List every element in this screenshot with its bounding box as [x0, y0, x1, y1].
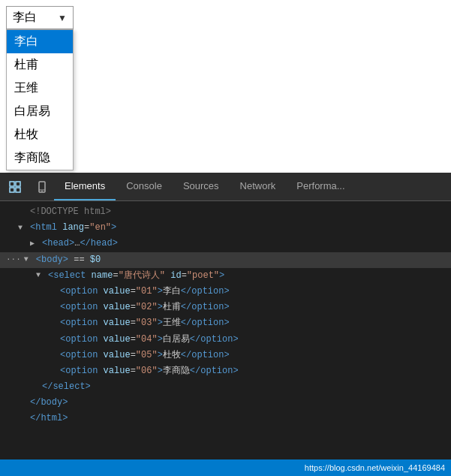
dollar-sign: $0 [90, 253, 101, 267]
select-box[interactable]: 李白 ▼ [6, 6, 74, 29]
select-name-attr: name [86, 269, 113, 283]
select-triangle[interactable] [36, 270, 47, 282]
select-tag-open: <select [48, 269, 86, 283]
dropdown-option[interactable]: 李白 [7, 30, 73, 53]
html-triangle[interactable] [18, 222, 29, 234]
code-option-02: <option value="02">杜甫</option> [0, 300, 451, 315]
statusbar-url: https://blog.csdn.net/weixin_44169484 [305, 463, 445, 472]
devtools-statusbar: https://blog.csdn.net/weixin_44169484 [0, 459, 451, 476]
code-select-close: </select> [0, 379, 451, 395]
html-tag-close: > [111, 221, 116, 235]
code-body-close: ▶ </body> [0, 395, 451, 411]
body-tag: <body> [36, 253, 68, 267]
html-lang-attr: lang [57, 221, 84, 235]
dropdown-option[interactable]: 杜牧 [7, 123, 73, 146]
head-tag: <head> [42, 236, 74, 251]
chevron-down-icon: ▼ [58, 13, 67, 23]
html-eq: = [84, 221, 89, 235]
body-triangle[interactable] [24, 254, 35, 266]
top-area: 李白 ▼ 李白杜甫王维白居易杜牧李商隐 [0, 0, 451, 173]
tab-console[interactable]: Console [116, 173, 173, 200]
code-option-05: <option value="05">杜牧</option> [0, 348, 451, 363]
code-option-03: <option value="03">王维</option> [0, 315, 451, 331]
code-select-open: <select name="唐代诗人" id="poet"> [0, 268, 451, 284]
devtools-panel: Elements Console Sources Network Perform… [0, 173, 451, 476]
tab-network[interactable]: Network [230, 173, 287, 200]
tab-elements[interactable]: Elements [54, 173, 116, 200]
tab-performance[interactable]: Performa... [286, 173, 355, 200]
svg-rect-1 [10, 188, 14, 192]
tab-sources[interactable]: Sources [173, 173, 230, 200]
select-current-value: 李白 [13, 10, 53, 26]
body-space: == [68, 253, 90, 267]
code-head: <head>…</head> [0, 236, 451, 252]
html-tag-open: <html [30, 221, 57, 235]
dropdown-option[interactable]: 杜甫 [7, 53, 73, 77]
dropdown-list: 李白杜甫王维白居易杜牧李商隐 [6, 29, 74, 170]
inspect-icon[interactable] [3, 175, 27, 199]
devtools-tabs: Elements Console Sources Network Perform… [54, 173, 451, 200]
html-lang-value: "en" [89, 221, 111, 235]
svg-rect-2 [16, 182, 20, 186]
mobile-icon[interactable] [30, 175, 54, 199]
dots-indicator: ··· [6, 253, 21, 267]
dropdown-option[interactable]: 李商隐 [7, 146, 73, 170]
devtools-code-view: ▶ <!DOCTYPE html> <html lang="en"> <head… [0, 201, 451, 459]
select-widget: 李白 ▼ 李白杜甫王维白居易杜牧李商隐 [6, 6, 74, 29]
code-option-04: <option value="04">白居易</option> [0, 332, 451, 348]
code-option-01: <option value="01">李白</option> [0, 284, 451, 300]
code-html-open: <html lang="en"> [0, 220, 451, 236]
code-html-close: ▶ </html> [0, 411, 451, 426]
svg-rect-3 [16, 188, 20, 192]
svg-rect-0 [10, 182, 14, 186]
dropdown-option[interactable]: 王维 [7, 77, 73, 100]
head-dots: … [74, 236, 80, 251]
head-close-tag: </head> [80, 236, 117, 251]
code-body-open: ··· <body> == $0 [0, 252, 451, 268]
dropdown-option[interactable]: 白居易 [7, 100, 73, 123]
code-doctype: ▶ <!DOCTYPE html> [0, 204, 451, 220]
head-triangle[interactable] [30, 238, 41, 250]
code-option-06: <option value="06">李商隐</option> [0, 363, 451, 379]
svg-point-6 [41, 190, 43, 191]
doctype-text: <!DOCTYPE html> [30, 205, 111, 219]
devtools-toolbar: Elements Console Sources Network Perform… [0, 173, 451, 201]
